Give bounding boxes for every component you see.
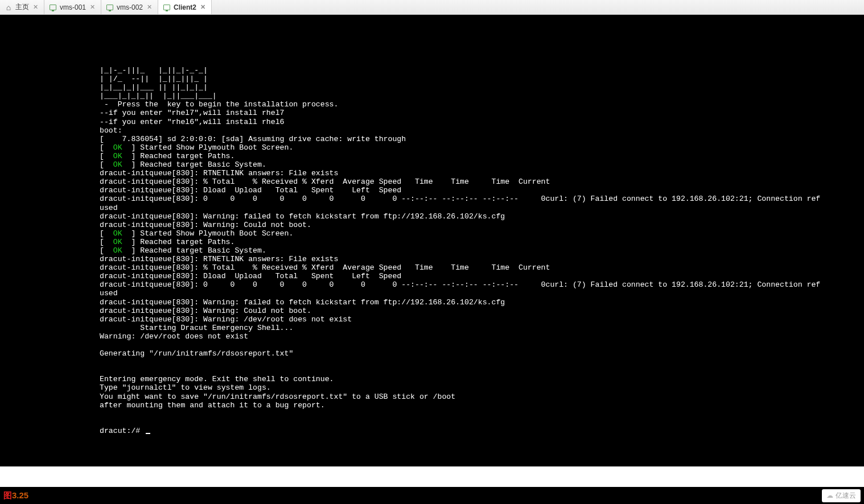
tab-label: vms-001	[60, 3, 86, 11]
tab-label: 主页	[15, 2, 29, 12]
tab-label: vms-002	[117, 3, 143, 11]
home-icon	[5, 3, 13, 11]
tab-label: Client2	[174, 3, 196, 11]
cloud-icon	[826, 491, 833, 499]
bottom-bar: 图3.25 亿速云	[0, 487, 864, 504]
vm-icon	[163, 5, 170, 10]
close-icon[interactable]: ✕	[199, 3, 207, 11]
tab-Client2[interactable]: Client2✕	[158, 0, 212, 14]
watermark-badge: 亿速云	[822, 489, 861, 502]
tab-bar: 主页✕vms-001✕vms-002✕Client2✕	[0, 0, 864, 15]
close-icon[interactable]: ✕	[146, 3, 153, 11]
vm-console[interactable]: |_|-_-|||_ |_||_|-_-_| | |/_ --|| |_||_|…	[0, 15, 864, 466]
vm-icon	[50, 5, 56, 10]
tab-vms-001[interactable]: vms-001✕	[44, 0, 101, 14]
tab-vms-002[interactable]: vms-002✕	[101, 0, 158, 14]
figure-label: 图3.25	[3, 490, 28, 501]
tab-主页[interactable]: 主页✕	[0, 0, 44, 14]
vm-icon	[106, 5, 113, 10]
close-icon[interactable]: ✕	[89, 3, 96, 11]
close-icon[interactable]: ✕	[32, 3, 39, 11]
